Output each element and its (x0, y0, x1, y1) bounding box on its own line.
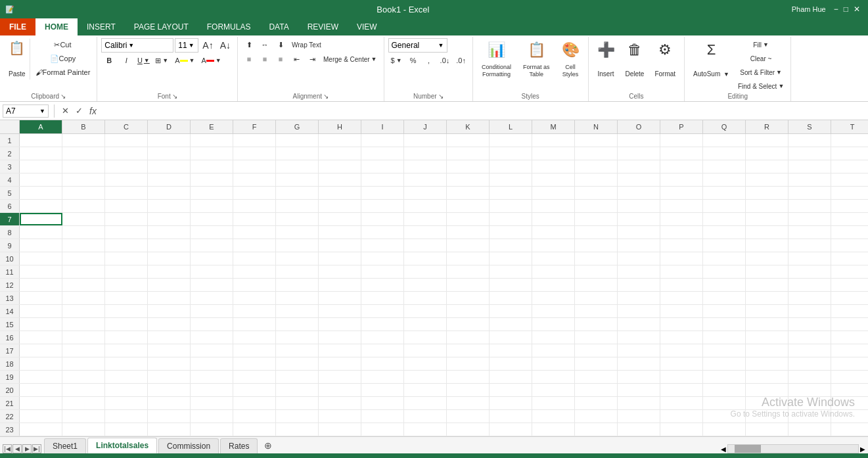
cell-T20[interactable] (831, 384, 868, 396)
col-header-R[interactable]: R (746, 120, 788, 133)
cell-C15[interactable] (105, 318, 148, 331)
cell-T13[interactable] (831, 292, 868, 304)
cell-B21[interactable] (62, 397, 105, 409)
cell-Q7[interactable] (703, 213, 746, 225)
cell-Q12[interactable] (703, 279, 746, 291)
cell-S11[interactable] (788, 265, 831, 278)
cell-P13[interactable] (660, 292, 703, 304)
cell-K2[interactable] (447, 147, 490, 160)
cell-M1[interactable] (532, 134, 575, 147)
cell-Q23[interactable] (703, 423, 746, 436)
sort-filter-button[interactable]: Sort & Filter ▼ (735, 66, 787, 79)
cell-P22[interactable] (660, 410, 703, 423)
cell-F19[interactable] (233, 371, 276, 383)
cell-H15[interactable] (319, 318, 361, 331)
cell-T12[interactable] (831, 279, 868, 291)
cell-Q4[interactable] (703, 173, 746, 186)
cell-M9[interactable] (532, 239, 575, 252)
cell-S6[interactable] (788, 200, 831, 212)
cell-P11[interactable] (660, 265, 703, 278)
merge-center-button[interactable]: Merge & Center ▼ (321, 53, 380, 66)
cell-O22[interactable] (618, 410, 660, 423)
cell-J19[interactable] (404, 371, 447, 383)
horizontal-scrollbar[interactable] (727, 444, 859, 453)
cell-C4[interactable] (105, 173, 148, 186)
insert-button[interactable]: ➕ Insert (593, 38, 620, 80)
cell-S13[interactable] (788, 292, 831, 304)
row-num-1[interactable]: 1 (0, 134, 20, 147)
cell-L2[interactable] (490, 147, 532, 160)
cell-E8[interactable] (191, 226, 233, 239)
cell-M20[interactable] (532, 384, 575, 396)
cell-M13[interactable] (532, 292, 575, 304)
cell-O11[interactable] (618, 265, 660, 278)
sheet-tab-sheet1[interactable]: Sheet1 (44, 438, 86, 453)
cell-Q13[interactable] (703, 292, 746, 304)
cell-O18[interactable] (618, 357, 660, 370)
cell-I19[interactable] (361, 371, 404, 383)
cell-R20[interactable] (746, 384, 788, 396)
cell-T17[interactable] (831, 344, 868, 357)
cell-K19[interactable] (447, 371, 490, 383)
cell-E18[interactable] (191, 357, 233, 370)
cell-O6[interactable] (618, 200, 660, 212)
increase-decimal-button[interactable]: .0↑ (453, 54, 468, 67)
cell-I7[interactable] (361, 213, 404, 225)
cell-R19[interactable] (746, 371, 788, 383)
cell-F13[interactable] (233, 292, 276, 304)
cell-P10[interactable] (660, 252, 703, 265)
cell-D8[interactable] (148, 226, 191, 239)
tab-data[interactable]: DATA (260, 18, 298, 35)
cell-H8[interactable] (319, 226, 361, 239)
cell-O3[interactable] (618, 160, 660, 173)
cell-P14[interactable] (660, 305, 703, 317)
cell-M3[interactable] (532, 160, 575, 173)
cell-L10[interactable] (490, 252, 532, 265)
cell-Q22[interactable] (703, 410, 746, 423)
cell-H14[interactable] (319, 305, 361, 317)
sheet-tab-rates[interactable]: Rates (220, 438, 258, 453)
format-as-table-button[interactable]: 📋 Format asTable (518, 38, 555, 80)
cell-P4[interactable] (660, 173, 703, 186)
cell-T11[interactable] (831, 265, 868, 278)
cell-O19[interactable] (618, 371, 660, 383)
cell-F9[interactable] (233, 239, 276, 252)
underline-button[interactable]: U▼ (135, 54, 151, 67)
cell-L18[interactable] (490, 357, 532, 370)
cell-J22[interactable] (404, 410, 447, 423)
enter-formula-button[interactable]: ✓ (74, 106, 85, 116)
cell-T16[interactable] (831, 331, 868, 344)
cell-S4[interactable] (788, 173, 831, 186)
col-header-H[interactable]: H (319, 120, 361, 133)
cell-G4[interactable] (276, 173, 319, 186)
cell-I6[interactable] (361, 200, 404, 212)
cell-F2[interactable] (233, 147, 276, 160)
cell-D22[interactable] (148, 410, 191, 423)
alignment-expand-icon[interactable]: ↘ (323, 93, 329, 100)
format-painter-button[interactable]: 🖌 Format Painter (33, 66, 93, 79)
fill-button[interactable]: Fill ▼ (735, 38, 787, 51)
col-header-S[interactable]: S (788, 120, 831, 133)
cell-J20[interactable] (404, 384, 447, 396)
cell-K23[interactable] (447, 423, 490, 436)
col-header-L[interactable]: L (490, 120, 532, 133)
cell-C11[interactable] (105, 265, 148, 278)
font-size-dropdown-icon[interactable]: ▼ (189, 42, 194, 49)
col-header-F[interactable]: F (233, 120, 276, 133)
align-right-button[interactable]: ≡ (273, 53, 288, 66)
cell-J1[interactable] (404, 134, 447, 147)
row-num-10[interactable]: 10 (0, 252, 20, 265)
cell-F3[interactable] (233, 160, 276, 173)
align-top-button[interactable]: ⬆ (242, 38, 256, 51)
clear-button[interactable]: Clear ~ (735, 52, 787, 65)
cell-K1[interactable] (447, 134, 490, 147)
cell-E6[interactable] (191, 200, 233, 212)
cell-S16[interactable] (788, 331, 831, 344)
cell-N3[interactable] (575, 160, 618, 173)
cell-M18[interactable] (532, 357, 575, 370)
cell-D14[interactable] (148, 305, 191, 317)
cell-R3[interactable] (746, 160, 788, 173)
cell-Q3[interactable] (703, 160, 746, 173)
cell-K3[interactable] (447, 160, 490, 173)
cell-T6[interactable] (831, 200, 868, 212)
